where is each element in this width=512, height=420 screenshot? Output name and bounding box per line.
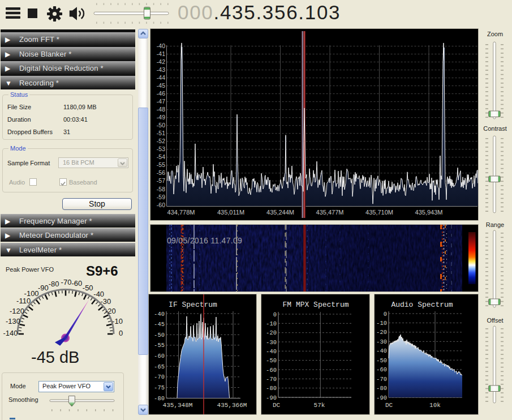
svg-text:0: 0: [273, 311, 277, 318]
svg-text:57k: 57k: [314, 402, 325, 409]
svg-text:-60: -60: [154, 353, 165, 359]
svg-text:-100: -100: [24, 289, 39, 298]
svg-text:-60: -60: [71, 279, 82, 288]
svg-text:-44: -44: [157, 74, 165, 81]
svg-text:-50: -50: [157, 122, 165, 128]
svg-text:-49: -49: [157, 114, 165, 121]
svg-text:-70: -70: [266, 376, 277, 383]
svg-text:-50: -50: [266, 357, 277, 364]
svg-text:DC: DC: [385, 402, 393, 409]
svg-text:-70: -70: [61, 278, 72, 286]
svg-text:-30: -30: [376, 338, 387, 345]
svg-text:-30: -30: [101, 297, 111, 306]
svg-text:-65: -65: [154, 363, 165, 370]
svg-text:IF Spectrum: IF Spectrum: [169, 301, 217, 309]
svg-text:435,348M: 435,348M: [163, 402, 193, 409]
svg-text:-70: -70: [376, 376, 387, 383]
svg-text:-50: -50: [83, 284, 93, 292]
svg-text:434,778M: 434,778M: [167, 209, 195, 216]
svg-text:-20: -20: [376, 329, 387, 336]
svg-text:-58: -58: [157, 186, 165, 192]
svg-text:435,477M: 435,477M: [316, 209, 344, 216]
svg-text:-51: -51: [157, 130, 165, 136]
svg-text:-10: -10: [266, 320, 277, 327]
svg-text:-130: -130: [6, 317, 20, 325]
svg-text:10k: 10k: [429, 402, 441, 409]
svg-text:-80: -80: [154, 395, 165, 402]
svg-text:-56: -56: [157, 169, 165, 176]
svg-text:-52: -52: [157, 138, 165, 144]
svg-text:-90: -90: [38, 284, 49, 292]
svg-text:-43: -43: [157, 66, 165, 73]
svg-text:-54: -54: [157, 153, 165, 160]
svg-text:-10: -10: [376, 320, 387, 327]
svg-text:-53: -53: [157, 145, 165, 152]
svg-text:-90: -90: [266, 395, 277, 401]
svg-text:-40: -40: [266, 348, 277, 355]
svg-text:-57: -57: [157, 177, 165, 184]
svg-text:-60: -60: [376, 366, 387, 373]
svg-text:-47: -47: [157, 98, 165, 105]
svg-text:-45: -45: [157, 82, 165, 89]
svg-text:-45: -45: [154, 321, 165, 328]
svg-text:FM MPX Spectrum: FM MPX Spectrum: [282, 301, 348, 309]
svg-text:-60: -60: [157, 202, 165, 208]
svg-text:-40: -40: [376, 348, 387, 354]
svg-text:435,011M: 435,011M: [217, 209, 244, 216]
svg-text:-20: -20: [105, 307, 116, 315]
svg-text:-110: -110: [16, 297, 31, 305]
svg-text:-55: -55: [157, 161, 165, 168]
svg-text:-50: -50: [154, 332, 165, 338]
svg-text:-46: -46: [157, 90, 165, 97]
svg-text:-120: -120: [10, 307, 24, 315]
svg-text:-55: -55: [154, 342, 165, 349]
svg-text:Audio Spectrum: Audio Spectrum: [391, 301, 453, 309]
svg-text:-41: -41: [157, 50, 165, 57]
svg-text:-70: -70: [154, 374, 165, 380]
svg-text:-80: -80: [49, 280, 59, 288]
svg-text:-60: -60: [266, 367, 277, 374]
svg-text:-75: -75: [154, 384, 165, 391]
svg-text:0: 0: [119, 329, 123, 337]
svg-text:-30: -30: [266, 339, 277, 346]
svg-text:-80: -80: [376, 385, 387, 392]
svg-text:-140: -140: [3, 329, 18, 337]
svg-text:-50: -50: [376, 357, 387, 364]
svg-text:435,244M: 435,244M: [266, 209, 294, 216]
svg-text:-20: -20: [266, 329, 277, 336]
svg-text:435,366M: 435,366M: [217, 402, 247, 409]
svg-text:DC: DC: [273, 402, 281, 409]
svg-text:-10: -10: [112, 317, 123, 325]
svg-text:-80: -80: [266, 385, 277, 392]
svg-text:09/05/2016 11.47.09: 09/05/2016 11.47.09: [167, 236, 242, 245]
svg-text:435,710M: 435,710M: [365, 209, 393, 216]
svg-text:-90: -90: [376, 395, 387, 401]
svg-text:-48: -48: [157, 106, 165, 113]
svg-text:-42: -42: [157, 58, 165, 65]
svg-text:-40: -40: [154, 311, 165, 318]
svg-text:-59: -59: [157, 194, 165, 200]
svg-text:0: 0: [384, 311, 387, 318]
svg-text:-40: -40: [157, 42, 165, 49]
svg-text:435,943M: 435,943M: [415, 209, 443, 216]
